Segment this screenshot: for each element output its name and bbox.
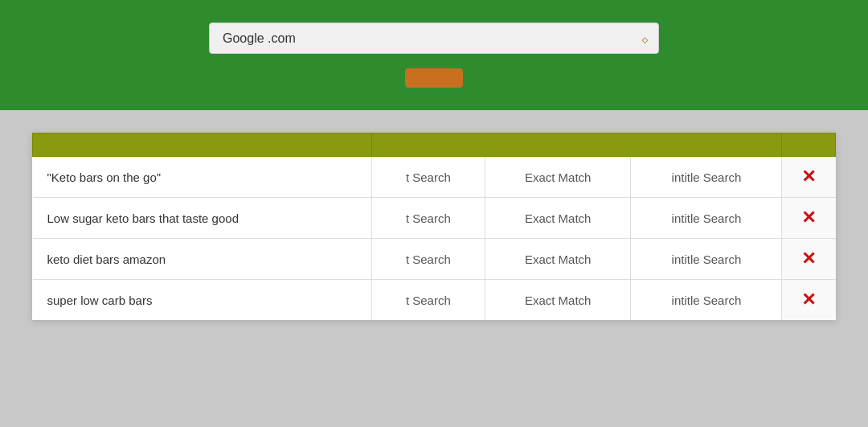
delete-cell: ✕ — [782, 198, 836, 239]
keyword-cell: super low carb bars — [33, 280, 372, 321]
intitle-cell[interactable]: intitle Search — [631, 157, 782, 198]
col-header-keyword — [33, 133, 372, 157]
engine-select-wrapper: Google .com Bing .com Yahoo .com ⬦ — [209, 23, 659, 54]
change-engine-button[interactable] — [405, 68, 463, 88]
delete-row-button[interactable]: ✕ — [801, 168, 816, 186]
table-row: Low sugar keto bars that taste good t Se… — [33, 198, 836, 239]
header-section: Google .com Bing .com Yahoo .com ⬦ — [0, 0, 868, 110]
delete-row-button[interactable]: ✕ — [801, 209, 816, 227]
engine-select[interactable]: Google .com Bing .com Yahoo .com — [209, 23, 659, 54]
intitle-cell[interactable]: intitle Search — [631, 280, 782, 321]
table-row: super low carb bars t Search Exact Match… — [33, 280, 836, 321]
keyword-cell: Low sugar keto bars that taste good — [33, 198, 372, 239]
search-cell[interactable]: t Search — [371, 198, 485, 239]
table-row: keto diet bars amazon t Search Exact Mat… — [33, 239, 836, 280]
delete-cell: ✕ — [782, 157, 836, 198]
intitle-cell[interactable]: intitle Search — [631, 198, 782, 239]
table-row: "Keto bars on the go" t Search Exact Mat… — [33, 157, 836, 198]
col-header-action — [782, 133, 836, 157]
delete-cell: ✕ — [782, 239, 836, 280]
main-content: "Keto bars on the go" t Search Exact Mat… — [0, 110, 868, 343]
keyword-cell: "Keto bars on the go" — [33, 157, 372, 198]
exact-match-cell[interactable]: Exact Match — [485, 198, 631, 239]
search-cell[interactable]: t Search — [371, 280, 485, 321]
col-header-submit-query — [371, 133, 782, 157]
exact-match-cell[interactable]: Exact Match — [485, 239, 631, 280]
delete-row-button[interactable]: ✕ — [801, 291, 816, 309]
keyword-table: "Keto bars on the go" t Search Exact Mat… — [32, 133, 836, 320]
search-cell[interactable]: t Search — [371, 157, 485, 198]
keyword-cell: keto diet bars amazon — [33, 239, 372, 280]
exact-match-cell[interactable]: Exact Match — [485, 280, 631, 321]
delete-cell: ✕ — [782, 280, 836, 321]
exact-match-cell[interactable]: Exact Match — [485, 157, 631, 198]
intitle-cell[interactable]: intitle Search — [631, 239, 782, 280]
delete-row-button[interactable]: ✕ — [801, 250, 816, 268]
search-cell[interactable]: t Search — [371, 239, 485, 280]
